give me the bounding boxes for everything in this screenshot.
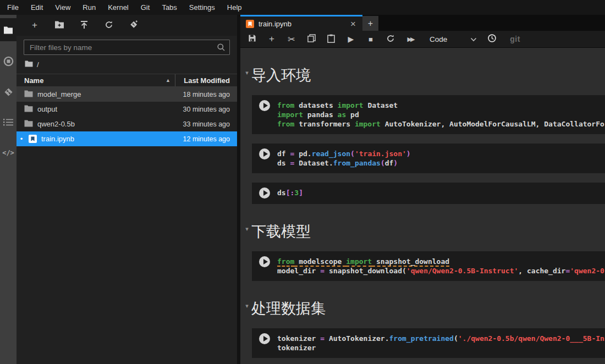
code-icon: </> [2, 149, 14, 157]
collapser-icon[interactable]: ▾ [243, 69, 251, 76]
run-cell-button[interactable] [259, 187, 270, 198]
code-editor[interactable]: ds[:3] [277, 188, 605, 198]
git-clone-button[interactable] [129, 20, 139, 30]
scissors-icon: ✂ [288, 34, 295, 45]
git-icon [3, 87, 14, 97]
running-dot: • [18, 135, 25, 143]
folder-icon [24, 120, 33, 129]
interrupt-kernel-button[interactable]: ■ [366, 34, 376, 44]
restart-kernel-button[interactable] [386, 34, 395, 44]
code-editor[interactable]: from modelscope import snapshot_download… [277, 257, 605, 275]
paste-cells-button[interactable] [326, 34, 336, 44]
list-icon [3, 118, 13, 126]
menu-item-file[interactable]: File [1, 0, 25, 15]
chevron-down-icon [470, 35, 477, 43]
play-icon [263, 259, 268, 264]
sidebar-item-table-of-contents[interactable] [0, 111, 16, 134]
file-filter-input[interactable] [24, 40, 230, 55]
play-icon [263, 190, 268, 196]
sidebar-item-files[interactable] [0, 18, 16, 41]
column-header-name[interactable]: Name ▲ [16, 74, 175, 86]
main-area: train.ipynb × + + ✂ ▶ ■ ▶▶ [240, 15, 605, 364]
notebook-scroll-area[interactable]: ▾ 导入环境 from datasets import Datasetimpor… [240, 48, 605, 364]
clock-icon [487, 34, 497, 45]
table-row[interactable]: • train.ipynb 12 minutes ago [16, 131, 237, 146]
code-editor[interactable]: tokenizer = AutoTokenizer.from_pretraine… [277, 334, 605, 352]
code-cell[interactable]: from modelscope import snapshot_download… [252, 251, 605, 281]
markdown-heading[interactable]: ▾ 下载模型 [243, 220, 605, 244]
code-editor[interactable]: df = pd.read_json('train.json')ds = Data… [277, 149, 605, 168]
insert-cell-button[interactable]: + [267, 34, 277, 44]
folder-icon [25, 60, 33, 69]
plus-icon: + [269, 35, 274, 43]
new-launcher-button[interactable]: + [30, 20, 40, 30]
code-cell[interactable]: ds[:3] [252, 183, 605, 204]
collapser-icon[interactable]: ▾ [243, 225, 251, 233]
tab-bar: train.ipynb × + [240, 15, 605, 31]
markdown-heading[interactable]: ▾ 导入环境 [243, 64, 605, 87]
copy-icon [307, 34, 316, 44]
collapser-icon[interactable]: ▾ [243, 302, 251, 310]
new-folder-button[interactable] [54, 20, 64, 30]
sidebar-item-git[interactable] [0, 80, 16, 103]
column-header-last-modified[interactable]: Last Modified [175, 74, 237, 86]
file-browser-toolbar: + [16, 15, 237, 36]
run-cell-button[interactable] [259, 333, 270, 344]
table-row[interactable]: qwen2-0.5b 33 minutes ago [16, 117, 237, 131]
stop-icon: ■ [369, 35, 373, 43]
run-cell-button[interactable] [259, 256, 270, 267]
plus-icon: + [368, 19, 373, 29]
file-filter [24, 40, 230, 55]
history-button[interactable] [487, 34, 497, 44]
menu-item-tabs[interactable]: Tabs [156, 0, 183, 15]
restart-icon [386, 34, 395, 45]
refresh-icon [105, 20, 113, 31]
plus-icon: + [32, 21, 37, 30]
notebook-icon [246, 20, 254, 28]
folder-icon [24, 105, 33, 114]
copy-cells-button[interactable] [306, 34, 316, 44]
menu-item-run[interactable]: Run [76, 0, 102, 15]
menu-item-edit[interactable]: Edit [25, 0, 49, 15]
refresh-button[interactable] [104, 20, 114, 30]
menu-item-view[interactable]: View [49, 0, 76, 15]
close-icon[interactable]: × [348, 19, 358, 29]
tab-label: train.ipynb [258, 20, 344, 28]
code-cell[interactable]: tokenizer = AutoTokenizer.from_pretraine… [252, 328, 605, 358]
code-cell[interactable]: from datasets import Datasetimport panda… [252, 95, 605, 134]
cut-cells-button[interactable]: ✂ [287, 34, 296, 44]
run-cell-button[interactable] [259, 148, 270, 159]
tab-train-ipynb[interactable]: train.ipynb × [240, 15, 362, 31]
save-button[interactable] [247, 34, 257, 44]
notebook-toolbar: + ✂ ▶ ■ ▶▶ Code git [240, 31, 605, 48]
breadcrumb[interactable]: / [16, 55, 237, 74]
cell-type-dropdown[interactable]: Code [430, 35, 477, 43]
upload-button[interactable] [79, 20, 89, 30]
git-clone-icon [129, 20, 139, 31]
upload-icon [80, 20, 89, 31]
menu-item-help[interactable]: Help [221, 0, 248, 15]
menu-item-settings[interactable]: Settings [183, 0, 221, 15]
code-editor[interactable]: from datasets import Datasetimport panda… [277, 101, 605, 129]
table-row[interactable]: model_merge 18 minutes ago [16, 87, 237, 102]
sidebar-item-running-sessions[interactable] [0, 49, 16, 73]
notebook-icon [29, 135, 37, 143]
paste-icon [327, 34, 335, 45]
cell-type-value: Code [430, 35, 447, 43]
play-icon [263, 103, 268, 108]
table-row[interactable]: output 30 minutes ago [16, 102, 237, 117]
run-cell-button[interactable] [259, 100, 270, 111]
save-icon [248, 34, 256, 44]
run-cell-button[interactable]: ▶ [346, 34, 356, 44]
new-tab-button[interactable]: + [362, 16, 378, 31]
running-sessions-icon [3, 56, 14, 67]
restart-run-all-button[interactable]: ▶▶ [405, 34, 415, 44]
folder-icon [3, 26, 13, 34]
git-logo: git [510, 35, 520, 43]
file-list: model_merge 18 minutes ago output 30 min… [16, 87, 237, 146]
markdown-heading[interactable]: ▾ 处理数据集 [243, 297, 605, 321]
sidebar-item-code-snippets[interactable]: </> [0, 141, 16, 164]
menu-item-git[interactable]: Git [135, 0, 156, 15]
menu-item-kernel[interactable]: Kernel [102, 0, 135, 15]
code-cell[interactable]: df = pd.read_json('train.json')ds = Data… [252, 144, 605, 173]
